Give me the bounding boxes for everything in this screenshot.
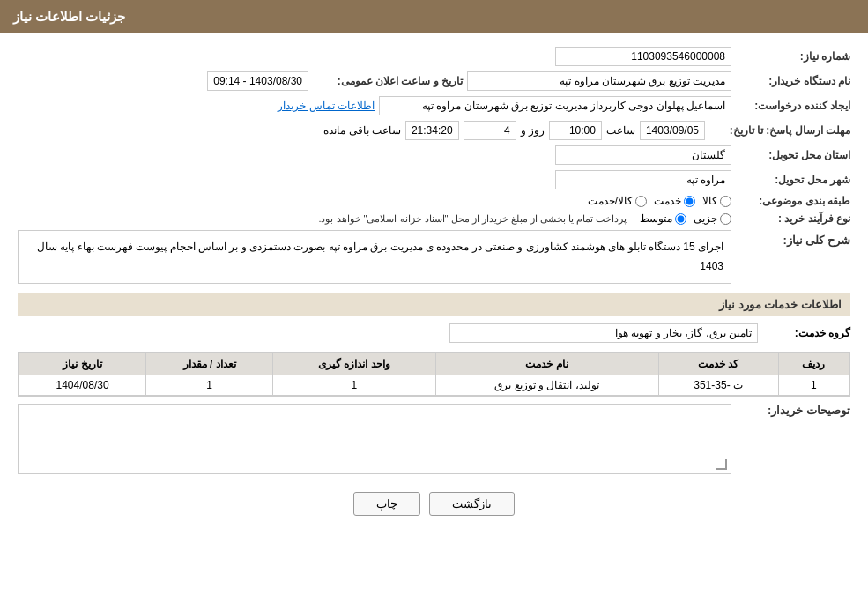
category-label-khadamat: خدمت [654, 195, 681, 207]
city-row: شهر محل تحویل: مراوه تپه [18, 170, 850, 189]
deadline-remaining-label: ساعت باقی مانده [323, 124, 401, 137]
cell-quantity: 1 [146, 375, 273, 396]
page-title: جزئیات اطلاعات نیاز [13, 9, 125, 24]
purchase-type-note: پرداخت تمام یا بخشی از مبلغ خریدار از مح… [318, 213, 627, 225]
col-service-name: نام خدمت [435, 353, 658, 375]
cell-unit: 1 [273, 375, 435, 396]
buyer-notes-row: توصیحات خریدار: [18, 404, 850, 474]
response-deadline-label: مهلت ارسال پاسخ: تا تاریخ: [709, 124, 850, 137]
need-number-label: شماره نیاز: [736, 50, 850, 63]
need-number-row: شماره نیاز: 1103093546000008 [18, 47, 850, 66]
category-label: طبقه بندی موضوعی: [736, 195, 850, 207]
category-option-3[interactable]: کالا/خدمت [588, 195, 647, 207]
deadline-row: مهلت ارسال پاسخ: تا تاریخ: 1403/09/05 سا… [18, 121, 850, 140]
deadline-time-label: ساعت [606, 124, 635, 137]
col-date: تاریخ نیاز [19, 353, 146, 375]
province-row: استان محل تحویل: گلستان [18, 145, 850, 165]
category-option-1[interactable]: کالا [702, 195, 731, 207]
creator-value: اسماعیل پهلوان دوجی کاربرداز مدیریت توزی… [379, 96, 731, 115]
services-table-container: ردیف کد خدمت نام خدمت واحد اندازه گیری ت… [18, 352, 850, 397]
purchase-type-label: نوع فرآیند خرید : [736, 212, 850, 225]
col-quantity: تعداد / مقدار [146, 353, 273, 375]
deadline-remaining: 21:34:20 [405, 121, 459, 140]
purchase-type-row: نوع فرآیند خرید : جزیی متوسط پرداخت تمام… [18, 212, 850, 225]
services-table: ردیف کد خدمت نام خدمت واحد اندازه گیری ت… [19, 353, 849, 396]
services-section-header: اطلاعات خدمات مورد نیاز [18, 293, 850, 316]
contact-info-link[interactable]: اطلاعات تماس خریدار [278, 100, 375, 112]
cell-service-name: تولید، انتقال و توزیع برق [435, 375, 658, 396]
deadline-time: 10:00 [549, 121, 602, 140]
deadline-days: 4 [464, 121, 516, 140]
col-unit: واحد اندازه گیری [273, 353, 435, 375]
announcement-date-label: تاریخ و ساعت اعلان عمومی: [313, 75, 463, 87]
table-row: 1 ت -35-351 تولید، انتقال و توزیع برق 1 … [19, 375, 849, 396]
province-label: استان محل تحویل: [736, 149, 850, 161]
buyer-org-date-row: نام دستگاه خریدار: مدیریت توزیع برق شهرس… [18, 71, 850, 91]
deadline-date: 1403/09/05 [640, 121, 705, 140]
city-value: مراوه تپه [555, 170, 731, 189]
back-button[interactable]: بازگشت [429, 492, 515, 516]
cell-service-code: ت -35-351 [658, 375, 778, 396]
category-label-kala: کالا [702, 195, 717, 207]
page-header: جزئیات اطلاعات نیاز [0, 0, 868, 33]
table-header-row: ردیف کد خدمت نام خدمت واحد اندازه گیری ت… [19, 353, 849, 375]
col-row-num: ردیف [778, 353, 849, 375]
cell-date: 1404/08/30 [19, 375, 146, 396]
category-row: طبقه بندی موضوعی: کالا خدمت کالا/خدمت [18, 195, 850, 207]
purchase-type-option-motavasset[interactable]: متوسط [640, 212, 686, 225]
buyer-org-label: نام دستگاه خریدار: [736, 75, 850, 87]
category-label-kala-khadamat: کالا/خدمت [588, 195, 633, 207]
purchase-type-radio-jozi[interactable] [720, 213, 731, 225]
category-radio-group: کالا خدمت کالا/خدمت [588, 195, 731, 207]
need-description-value: اجرای 15 دستگاه تابلو های هوشمند کشاورزی… [18, 230, 731, 284]
creator-row: ایجاد کننده درخواست: اسماعیل پهلوان دوجی… [18, 96, 850, 115]
buyer-org-value: مدیریت توزیع برق شهرستان مراوه تپه [467, 71, 731, 91]
purchase-type-radio-group: جزیی متوسط [640, 212, 731, 225]
purchase-type-label-jozi: جزیی [694, 212, 717, 225]
need-number-value: 1103093546000008 [555, 47, 731, 66]
city-label: شهر محل تحویل: [736, 174, 850, 186]
service-group-label: گروه خدمت: [762, 327, 850, 339]
service-group-value: تامین برق، گاز، بخار و تهویه هوا [449, 323, 758, 343]
button-row: بازگشت چاپ [18, 492, 850, 516]
page-wrapper: جزئیات اطلاعات نیاز شماره نیاز: 11030935… [0, 0, 868, 609]
category-radio-kala[interactable] [720, 196, 731, 207]
print-button[interactable]: چاپ [353, 492, 420, 516]
announcement-date-value: 1403/08/30 - 09:14 [207, 71, 308, 91]
province-value: گلستان [555, 145, 731, 165]
deadline-days-label: روز و [521, 124, 545, 137]
category-radio-kala-khadamat[interactable] [635, 196, 647, 207]
category-radio-khadamat[interactable] [684, 196, 695, 207]
services-table-body: 1 ت -35-351 تولید، انتقال و توزیع برق 1 … [19, 375, 849, 396]
purchase-type-label-motavasset: متوسط [640, 212, 672, 225]
need-description-row: شرح کلی نیاز: اجرای 15 دستگاه تابلو های … [18, 230, 850, 284]
purchase-type-option-jozi[interactable]: جزیی [694, 212, 731, 225]
content-area: شماره نیاز: 1103093546000008 نام دستگاه … [0, 33, 868, 542]
buyer-notes-box [18, 404, 731, 474]
purchase-type-radio-motavasset[interactable] [675, 213, 686, 225]
col-service-code: کد خدمت [658, 353, 778, 375]
need-description-label: شرح کلی نیاز: [736, 230, 850, 247]
creator-label: ایجاد کننده درخواست: [736, 100, 850, 112]
service-group-row: گروه خدمت: تامین برق، گاز، بخار و تهویه … [18, 323, 850, 343]
category-option-2[interactable]: خدمت [654, 195, 695, 207]
cell-row-num: 1 [778, 375, 849, 396]
buyer-notes-label: توصیحات خریدار: [736, 404, 850, 417]
